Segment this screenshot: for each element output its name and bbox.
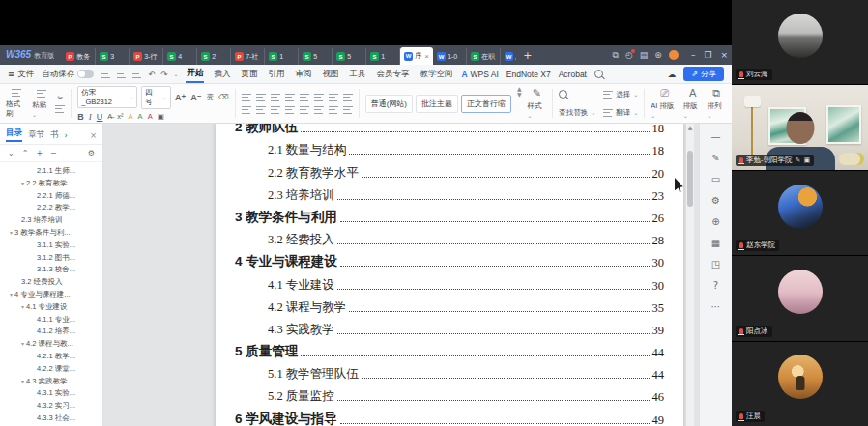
layout-button[interactable]: A̲ 排版⌄	[683, 87, 703, 120]
settings-gear-icon[interactable]: ⊛	[654, 50, 662, 60]
collapse-all-icon[interactable]: ⌃	[22, 149, 29, 157]
justify-icon[interactable]	[285, 105, 295, 115]
outline-item[interactable]: 3.2 经费投入	[0, 276, 102, 289]
document-tab[interactable]: S5	[299, 48, 333, 65]
mark-icon[interactable]	[343, 93, 353, 102]
menu-工具[interactable]: 工具	[348, 67, 366, 82]
outline-item[interactable]: 3.1.1 实验...	[0, 240, 102, 252]
expand-triangle-icon[interactable]: ▾	[10, 227, 13, 240]
share-button[interactable]: ⇗ 分享	[683, 67, 724, 81]
user-avatar[interactable]	[669, 50, 679, 60]
autosave-toggle[interactable]	[77, 70, 94, 78]
close-window-icon[interactable]: ×	[720, 50, 728, 60]
save-icon[interactable]	[101, 70, 111, 79]
copy-icon[interactable]	[55, 104, 65, 114]
sort-icon[interactable]	[329, 93, 338, 102]
menu-插入[interactable]: 插入	[213, 67, 231, 82]
bullet-list-icon[interactable]	[242, 93, 251, 102]
file-menu[interactable]: ≡ 文件	[8, 69, 34, 80]
menu-引用[interactable]: 引用	[267, 67, 285, 82]
font-name-select[interactable]: 仿宋_GB2312 ⌄	[77, 86, 137, 108]
document-tab[interactable]: P7-社	[231, 48, 265, 65]
expand-triangle-icon[interactable]: ▾	[10, 289, 13, 301]
expand-all-icon[interactable]: ⌄	[8, 149, 14, 157]
toc-entry[interactable]: 2.2 教育教学水平20	[235, 158, 664, 181]
expand-triangle-icon[interactable]: ▾	[21, 338, 24, 351]
crop-icon[interactable]: ◳	[711, 259, 720, 270]
menu-视图[interactable]: 视图	[321, 67, 339, 82]
outline-item[interactable]: ▾4.2 课程与教...	[0, 338, 102, 351]
menu-开始[interactable]: 开始	[186, 66, 204, 83]
menu-审阅[interactable]: 审阅	[294, 67, 312, 82]
menu-教学空间[interactable]: 教学空间	[419, 67, 453, 82]
outline-item[interactable]: 3.1.2 图书...	[0, 252, 102, 265]
style-chip[interactable]: 批注主题	[416, 95, 458, 113]
zoom-out-icon[interactable]: −	[50, 149, 57, 157]
document-tab[interactable]: P教务	[62, 48, 96, 65]
outline-item[interactable]: 4.1.1 专业...	[0, 314, 102, 327]
undo-icon[interactable]: ↶	[148, 70, 155, 79]
phonetic-guide-icon[interactable]: 变	[207, 93, 215, 102]
style-chip[interactable]: 普通(网站)	[365, 95, 413, 113]
outline-item[interactable]: 4.1.2 培养...	[0, 326, 102, 338]
menu-wps-ai[interactable]: A WPS AI	[461, 70, 498, 79]
menu-endnote[interactable]: EndNote X7	[506, 70, 551, 79]
toc-entry[interactable]: 4.2 课程与教学35	[235, 294, 664, 316]
toc-entry[interactable]: 3.2 经费投入28	[235, 226, 664, 248]
outline-item[interactable]: ▾4 专业与课程建...	[0, 289, 102, 301]
highlight-color-button[interactable]: A	[129, 112, 133, 121]
styles-button[interactable]: ✎ 样式⌄	[528, 86, 547, 121]
align-left-icon[interactable]	[242, 105, 251, 115]
outline-item[interactable]: 4.3.2 实习...	[0, 400, 102, 412]
document-tab[interactable]: S3	[96, 48, 130, 65]
nav-tab-章节[interactable]: 章节	[28, 129, 44, 141]
toc-entry[interactable]: 6 学风建设与指导49	[235, 405, 664, 426]
arrange-button[interactable]: ⧉ 排列⌄	[707, 87, 726, 120]
font-effects-button[interactable]: A	[138, 112, 143, 121]
shading-icon[interactable]	[329, 105, 338, 115]
strikethrough-button[interactable]: A̶	[107, 112, 112, 121]
toc-entry[interactable]: 5.2 质量监控46	[235, 383, 664, 405]
character-shading-button[interactable]: ▣	[158, 112, 164, 121]
scrollbar-thumb[interactable]	[687, 151, 693, 207]
workspace-icon[interactable]: ▤	[640, 50, 649, 60]
indent-decrease-icon[interactable]	[285, 93, 295, 102]
pen-icon[interactable]: ✎	[711, 153, 719, 163]
scroll-up-icon[interactable]: ▲	[686, 124, 694, 131]
document-tab[interactable]: S4	[163, 48, 197, 65]
expand-triangle-icon[interactable]: ▾	[21, 376, 24, 388]
shrink-font-icon[interactable]: A⁻	[190, 93, 201, 102]
align-right-icon[interactable]	[271, 105, 280, 115]
outline-item[interactable]: 3.1.3 校舍...	[0, 264, 102, 276]
outline-item[interactable]: 2.1.1 生师...	[0, 165, 102, 178]
document-tab[interactable]: W1-0	[433, 48, 467, 65]
collapse-icon[interactable]: —	[711, 131, 721, 142]
toc-entry[interactable]: 2 教师队伍18	[235, 124, 664, 136]
document-tab[interactable]: S2	[197, 48, 231, 65]
settings-icon[interactable]: ⚙	[711, 195, 720, 206]
zoom-in-icon[interactable]: +	[36, 149, 43, 157]
new-tab-button[interactable]: +	[518, 49, 536, 62]
outline-item[interactable]: 4.3.1 实验...	[0, 387, 102, 400]
restore-window-icon[interactable]: ❐	[704, 50, 711, 60]
numbered-list-icon[interactable]	[256, 93, 266, 102]
paste-button[interactable]: 粘贴⌄	[32, 89, 50, 119]
outline-item[interactable]: 2.2.1 师德...	[0, 190, 102, 203]
document-canvas[interactable]: 2 教师队伍182.1 数量与结构182.2 教育教学水平202.3 培养培训2…	[103, 124, 699, 426]
italic-button[interactable]: I	[89, 112, 92, 122]
font-color-button[interactable]: A	[148, 112, 153, 121]
minimize-window-icon[interactable]: –	[691, 50, 696, 60]
outline-item[interactable]: 2.3 培养培训	[0, 214, 102, 227]
outline-settings-icon[interactable]: ⚙	[88, 149, 95, 157]
document-tab[interactable]: S在职	[467, 48, 501, 65]
participant-tile[interactable]: 刘云海	[732, 0, 868, 84]
format-painter-button[interactable]: 格式刷	[6, 88, 27, 119]
toc-entry[interactable]: 3 教学条件与利用26	[235, 204, 664, 226]
outline-item[interactable]: 2.2.2 教学...	[0, 202, 102, 214]
menu-页面[interactable]: 页面	[240, 67, 258, 82]
notifications-icon[interactable]: ◴	[625, 50, 633, 60]
superscript-button[interactable]: x²	[117, 112, 123, 121]
cut-icon[interactable]: ✂	[57, 94, 63, 102]
vertical-scrollbar[interactable]: ▲	[686, 124, 694, 426]
underline-button[interactable]: U	[97, 112, 103, 122]
